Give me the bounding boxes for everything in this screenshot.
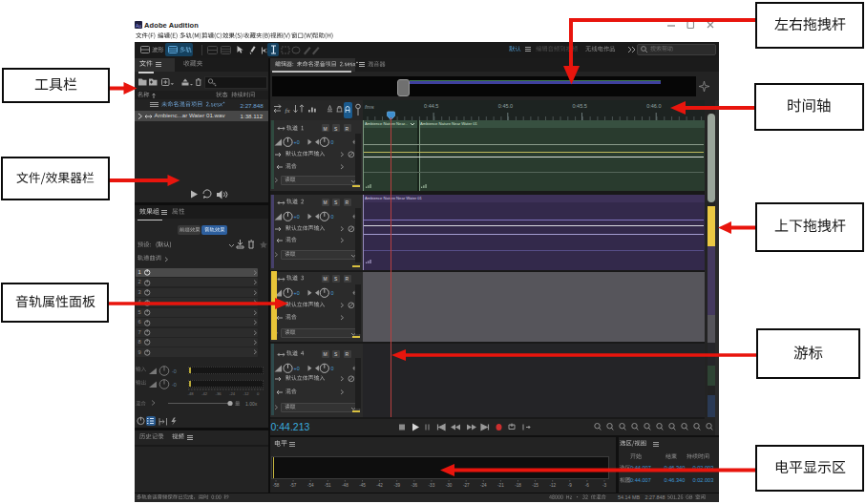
svg-text:-6: -6 xyxy=(585,482,590,487)
svg-text:-51: -51 xyxy=(325,482,331,487)
svg-text:-54: -54 xyxy=(307,482,314,487)
svg-text:-45: -45 xyxy=(359,482,366,487)
svg-text:-39: -39 xyxy=(393,482,400,487)
svg-text:-0: -0 xyxy=(172,368,177,374)
svg-text:-21: -21 xyxy=(497,482,504,487)
svg-text:-18: -18 xyxy=(515,482,521,487)
svg-text:-57: -57 xyxy=(290,482,297,487)
svg-text:-9: -9 xyxy=(568,482,573,487)
svg-text:-27: -27 xyxy=(463,482,470,487)
svg-text:-36: -36 xyxy=(411,482,417,487)
svg-text:-24: -24 xyxy=(480,482,487,487)
svg-text:-3: -3 xyxy=(602,482,607,487)
svg-text:-0: -0 xyxy=(172,382,177,388)
svg-text:fx: fx xyxy=(285,107,291,115)
svg-text:-42: -42 xyxy=(376,482,383,487)
svg-text:-12: -12 xyxy=(549,482,556,487)
svg-text:-15: -15 xyxy=(532,482,539,487)
svg-text:-58: -58 xyxy=(273,482,280,487)
svg-text:-48: -48 xyxy=(342,482,349,487)
svg-text:-30: -30 xyxy=(446,482,453,487)
svg-text:-33: -33 xyxy=(429,482,435,487)
svg-text:Au: Au xyxy=(136,23,141,28)
